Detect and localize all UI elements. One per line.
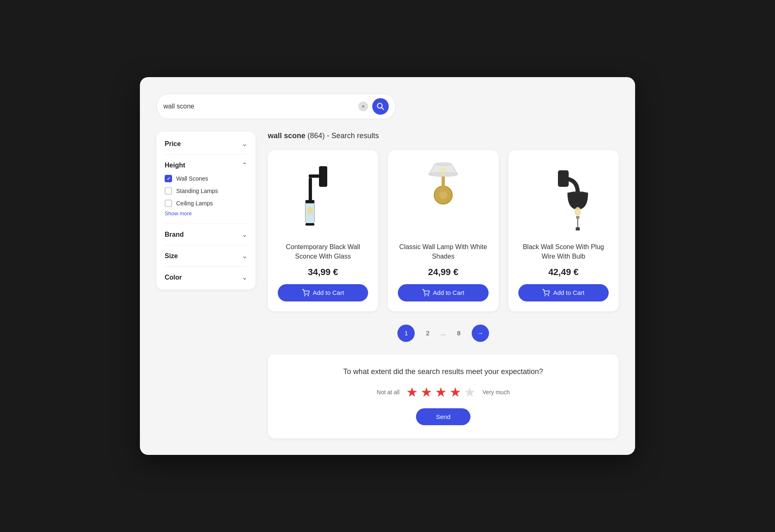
ceiling-lamps-checkbox[interactable]	[165, 200, 172, 207]
svg-point-16	[435, 163, 451, 166]
price-chevron-icon: ⌄	[242, 140, 247, 148]
svg-rect-4	[309, 178, 312, 202]
ceiling-lamps-option[interactable]: Ceiling Lamps	[165, 200, 247, 207]
star-4[interactable]: ★	[449, 384, 461, 400]
brand-filter-section: Brand ⌄	[165, 224, 247, 245]
svg-point-19	[428, 295, 429, 296]
feedback-rating-row: Not at all ★ ★ ★ ★ ★ Very much	[281, 384, 605, 400]
results-header: wall scone (864) - Search results	[268, 132, 619, 140]
search-bar: ×	[156, 94, 396, 119]
standing-lamps-option[interactable]: Standing Lamps	[165, 187, 247, 195]
star-1[interactable]: ★	[406, 384, 418, 400]
height-filter-label: Height	[165, 162, 185, 169]
star-rating[interactable]: ★ ★ ★ ★ ★	[406, 384, 476, 400]
svg-rect-7	[305, 200, 314, 203]
product-image-2	[410, 160, 476, 234]
size-filter-label: Size	[165, 252, 178, 260]
svg-point-10	[308, 295, 309, 296]
product-card-3: Black Wall Scone With Plug Wire With Bul…	[508, 150, 619, 311]
svg-rect-8	[305, 223, 314, 226]
height-show-more-link[interactable]: Show more	[165, 210, 192, 217]
svg-point-6	[307, 207, 313, 214]
wall-scones-label: Wall Scones	[176, 175, 208, 182]
size-filter-header[interactable]: Size ⌄	[165, 252, 247, 260]
search-icon	[376, 102, 385, 111]
pagination-next-button[interactable]: →	[472, 325, 489, 342]
svg-point-12	[439, 191, 447, 199]
star-5[interactable]: ★	[464, 384, 476, 400]
classic-white-lamp-image	[416, 162, 470, 232]
product-name-3: Black Wall Scone With Plug Wire With Bul…	[518, 242, 609, 261]
black-plug-sconce-image	[536, 162, 590, 232]
height-filter-options: Wall Scones Standing Lamps Ceiling Lamps	[165, 175, 247, 207]
size-filter-section: Size ⌄	[165, 245, 247, 267]
ceiling-lamps-label: Ceiling Lamps	[176, 200, 213, 207]
standing-lamps-label: Standing Lamps	[176, 188, 218, 194]
product-name-1: Contemporary Black Wall Sconce With Glas…	[278, 242, 368, 261]
feedback-question: To what extent did the search results me…	[281, 367, 605, 376]
page-8-button[interactable]: 8	[450, 325, 468, 342]
svg-point-9	[305, 295, 305, 296]
wall-scones-option[interactable]: Wall Scones	[165, 175, 247, 182]
brand-filter-header[interactable]: Brand ⌄	[165, 231, 247, 238]
svg-rect-2	[319, 166, 327, 187]
feedback-section: To what extent did the search results me…	[268, 354, 619, 438]
svg-rect-24	[576, 227, 580, 231]
price-filter-label: Price	[165, 140, 181, 148]
product-name-2: Classic Wall Lamp With White Shades	[398, 242, 488, 261]
product-price-1: 34,99 €	[308, 267, 338, 278]
svg-point-18	[425, 295, 425, 296]
color-filter-section: Color ⌄	[165, 267, 247, 281]
svg-rect-3	[309, 174, 319, 178]
height-filter-header[interactable]: Height ⌃	[165, 161, 247, 169]
wall-scones-checkbox[interactable]	[165, 175, 172, 182]
page-1-button[interactable]: 1	[397, 325, 415, 342]
product-card-2: Classic Wall Lamp With White Shades 24,9…	[388, 150, 498, 311]
svg-point-26	[548, 295, 549, 296]
svg-point-17	[441, 168, 446, 174]
svg-point-21	[574, 207, 581, 216]
svg-line-1	[382, 108, 384, 110]
pagination-dots: ...	[440, 330, 446, 337]
color-chevron-icon: ⌄	[242, 273, 247, 281]
price-filter-section: Price ⌄	[165, 140, 247, 155]
results-area: wall scone (864) - Search results	[268, 132, 619, 438]
filters-sidebar: Price ⌄ Height ⌃ Wall Scones	[156, 132, 255, 290]
results-suffix: - Search results	[327, 132, 379, 140]
cart-icon-3	[542, 289, 550, 297]
size-chevron-icon: ⌄	[242, 252, 247, 260]
pagination: 1 2 ... 8 →	[268, 325, 619, 342]
results-query: wall scone	[268, 132, 305, 140]
product-price-2: 24,99 €	[428, 267, 458, 278]
svg-point-25	[545, 295, 546, 296]
svg-rect-22	[576, 216, 579, 219]
product-image-3	[530, 160, 596, 234]
star-3[interactable]: ★	[435, 384, 447, 400]
add-to-cart-button-3[interactable]: Add to Cart	[518, 284, 609, 301]
brand-chevron-icon: ⌄	[242, 231, 247, 238]
page-2-button[interactable]: 2	[419, 325, 436, 342]
search-clear-button[interactable]: ×	[358, 101, 368, 111]
product-grid: Contemporary Black Wall Sconce With Glas…	[268, 150, 619, 311]
product-price-3: 42,49 €	[548, 267, 579, 278]
price-filter-header[interactable]: Price ⌄	[165, 140, 247, 148]
height-filter-section: Height ⌃ Wall Scones Standing Lamps Ceil…	[165, 155, 247, 224]
color-filter-label: Color	[165, 274, 182, 281]
cart-icon-2	[422, 289, 430, 297]
feedback-send-button[interactable]: Send	[416, 408, 470, 425]
cart-icon-1	[302, 289, 310, 297]
brand-filter-label: Brand	[165, 231, 184, 238]
star-2[interactable]: ★	[421, 384, 432, 400]
height-chevron-icon: ⌃	[242, 161, 247, 169]
rating-very-much-label: Very much	[482, 389, 510, 395]
product-card-1: Contemporary Black Wall Sconce With Glas…	[268, 150, 378, 311]
search-submit-button[interactable]	[372, 98, 389, 115]
results-count: 864	[310, 132, 322, 140]
add-to-cart-button-2[interactable]: Add to Cart	[398, 284, 488, 301]
black-glass-sconce-image	[296, 162, 350, 232]
add-to-cart-button-1[interactable]: Add to Cart	[278, 284, 368, 301]
search-input[interactable]	[163, 103, 354, 110]
product-image-1	[290, 160, 356, 234]
color-filter-header[interactable]: Color ⌄	[165, 273, 247, 281]
standing-lamps-checkbox[interactable]	[165, 187, 172, 195]
